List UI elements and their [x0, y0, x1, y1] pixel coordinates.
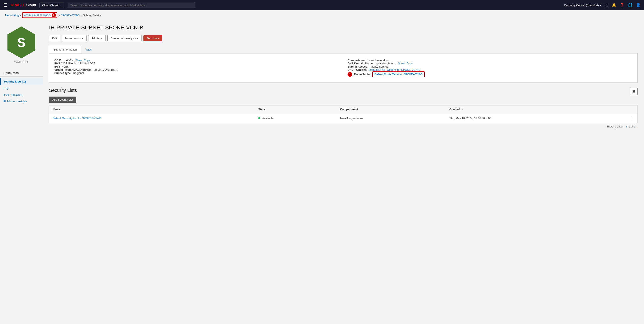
- region-selector[interactable]: Germany Central (Frankfurt) ▾: [564, 4, 601, 7]
- create-path-analysis-button[interactable]: Create path analysis ▾: [108, 35, 142, 41]
- breadcrumb: Networking » Virtual cloud networks 2 » …: [0, 10, 644, 20]
- subnet-info-grid: OCID: ...xife2a Show Copy IPv4 CIDR Bloc…: [54, 58, 632, 77]
- security-lists-header: Security Lists ⊞: [49, 88, 638, 96]
- breadcrumb-networking[interactable]: Networking: [5, 14, 19, 17]
- sidebar-item-ipv6-prefixes[interactable]: IPv6 Prefixes (-): [0, 92, 42, 98]
- breadcrumb-vcn[interactable]: Virtual cloud networks: [24, 14, 50, 17]
- ipv4-value: 172.16.2.0/25: [78, 62, 95, 65]
- row-created: Thu, May 16, 2024, 07:16:58 UTC: [446, 113, 627, 123]
- ipv6-value: -: [71, 65, 72, 68]
- row-state: Available: [255, 113, 337, 123]
- help-icon[interactable]: ❓: [620, 3, 624, 8]
- subnet-type-label: Subnet Type:: [54, 72, 72, 74]
- top-nav: ☰ ORACLE Cloud Cloud Classic › Germany C…: [0, 0, 644, 10]
- terminate-button[interactable]: Terminate: [144, 36, 162, 41]
- brand-logo: ORACLE Cloud: [11, 3, 36, 7]
- tab-subnet-information[interactable]: Subnet Information: [49, 46, 82, 53]
- dns-label: DNS Domain Name:: [348, 62, 374, 65]
- page-info: 1 of 1: [628, 125, 635, 128]
- info-row-ipv6: IPv6 Prefix: -: [54, 65, 339, 68]
- col-name: Name: [49, 106, 255, 113]
- table-row: Default Security List for SPOKE-VCN-B Av…: [49, 113, 638, 123]
- ocid-copy-link[interactable]: Copy: [84, 59, 90, 62]
- info-col-right: Compartment: IwanHoogendoorn DNS Domain …: [348, 58, 632, 77]
- resource-hexagon: S: [8, 26, 35, 58]
- compartment-value: IwanHoogendoorn: [368, 58, 390, 62]
- table-header-row: Name State Compartment Created ▾: [49, 106, 638, 113]
- search-input[interactable]: [68, 2, 196, 8]
- subnet-access-label: Subnet Access:: [348, 65, 368, 68]
- user-icon[interactable]: 👤: [636, 3, 640, 8]
- mac-label: Virtual Router MAC Address:: [54, 68, 92, 72]
- resource-letter: S: [17, 35, 26, 50]
- edit-button[interactable]: Edit: [49, 35, 60, 41]
- created-sort-arrow: ▾: [461, 108, 463, 111]
- col-actions: [627, 106, 638, 113]
- breadcrumb-sep-3: »: [80, 14, 82, 17]
- route-table-box: Default Route Table for SPOKE-VCN-B: [372, 72, 425, 77]
- hamburger-icon[interactable]: ☰: [4, 2, 7, 8]
- tab-tags[interactable]: Tags: [82, 46, 96, 53]
- subnet-info-panel: OCID: ...xife2a Show Copy IPv4 CIDR Bloc…: [49, 53, 638, 82]
- content-area: IH-PRIVATE-SUBNET-SPOKE-VCN-B Edit Move …: [42, 20, 644, 324]
- status-label: AVAILABLE: [14, 60, 29, 64]
- row-menu-button[interactable]: ⋮: [630, 116, 634, 120]
- help-grid-button[interactable]: ⊞: [630, 88, 638, 95]
- dns-show-link[interactable]: Show: [398, 62, 404, 65]
- col-state: State: [255, 106, 337, 113]
- sidebar-item-ip-address-insights[interactable]: IP Address Insights: [0, 98, 42, 105]
- info-row-ipv4: IPv4 CIDR Block: 172.16.2.0/25: [54, 62, 339, 65]
- showing-bar: Showing 1 item ‹ 1 of 1 ›: [49, 123, 638, 130]
- add-tags-button[interactable]: Add tags: [88, 35, 106, 41]
- move-resource-button[interactable]: Move resource: [62, 35, 86, 41]
- main-layout: S AVAILABLE Resources Security Lists (1)…: [0, 20, 644, 324]
- col-created[interactable]: Created ▾: [446, 106, 627, 113]
- info-row-compartment: Compartment: IwanHoogendoorn: [348, 58, 632, 62]
- route-table-label: Route Table:: [354, 73, 370, 76]
- breadcrumb-vcn-highlight: Virtual cloud networks 2: [22, 12, 57, 18]
- cloud-classic-button[interactable]: Cloud Classic ›: [40, 2, 64, 8]
- dhcp-options-link[interactable]: Default DHCP Options for SPOKE-VCN-B: [369, 68, 420, 72]
- route-table-badge: 1: [348, 72, 352, 77]
- toolbar: Edit Move resource Add tags Create path …: [49, 35, 638, 41]
- nav-right: Germany Central (Frankfurt) ▾ ⬚ 🔔 ❓ 🌐 👤: [564, 3, 640, 8]
- ocid-show-link[interactable]: Show: [75, 59, 82, 62]
- security-list-link[interactable]: Default Security List for SPOKE-VCN-B: [53, 116, 101, 120]
- bell-icon[interactable]: 🔔: [612, 3, 616, 8]
- breadcrumb-spoke[interactable]: SPOKE-VCN-B: [60, 14, 80, 17]
- info-row-subnet-access: Subnet Access: Private Subnet: [348, 65, 632, 68]
- sidebar-resources-title: Resources: [0, 71, 42, 76]
- breadcrumb-vcn-badge: 2: [52, 13, 56, 17]
- ipv4-label: IPv4 CIDR Block:: [54, 62, 77, 65]
- dns-copy-link[interactable]: Copy: [406, 62, 412, 65]
- dns-value: ihprivatesubnet...: [375, 62, 396, 65]
- compartment-label: Compartment:: [348, 58, 366, 62]
- ipv6-label: IPv6 Prefix:: [54, 65, 70, 68]
- info-row-dns: DNS Domain Name: ihprivatesubnet... Show…: [348, 62, 632, 65]
- add-security-list-button[interactable]: Add Security List: [49, 96, 76, 103]
- sidebar-item-security-lists[interactable]: Security Lists (1): [0, 78, 42, 85]
- page-next[interactable]: ›: [636, 125, 638, 128]
- state-dot: [258, 117, 260, 119]
- showing-count: Showing 1 item: [607, 125, 624, 128]
- subnet-type-value: Regional: [73, 72, 84, 74]
- oracle-label: ORACLE: [11, 3, 25, 7]
- route-table-link[interactable]: Default Route Table for SPOKE-VCN-B: [374, 73, 422, 76]
- page-title: IH-PRIVATE-SUBNET-SPOKE-VCN-B: [49, 24, 638, 31]
- row-compartment: IwanHoogendoorn: [337, 113, 446, 123]
- mac-value: 00:00:17:AA:4B:EA: [94, 68, 118, 72]
- info-row-mac: Virtual Router MAC Address: 00:00:17:AA:…: [54, 68, 339, 72]
- ocid-value: ...xife2a: [64, 58, 73, 62]
- row-menu-cell: ⋮: [627, 113, 638, 123]
- dhcp-label: DHCP Options:: [348, 68, 368, 72]
- globe-icon[interactable]: 🌐: [628, 3, 632, 8]
- page-prev[interactable]: ‹: [626, 125, 627, 128]
- info-row-dhcp: DHCP Options: Default DHCP Options for S…: [348, 68, 632, 72]
- breadcrumb-sep-2: »: [58, 14, 60, 17]
- security-lists-section: Security Lists ⊞ Add Security List Name …: [49, 88, 638, 130]
- info-col-left: OCID: ...xife2a Show Copy IPv4 CIDR Bloc…: [54, 58, 339, 77]
- info-row-ocid: OCID: ...xife2a Show Copy: [54, 58, 339, 62]
- left-panel: S AVAILABLE Resources Security Lists (1)…: [0, 20, 42, 324]
- sidebar-item-logs[interactable]: Logs: [0, 85, 42, 92]
- console-icon[interactable]: ⬚: [604, 3, 608, 8]
